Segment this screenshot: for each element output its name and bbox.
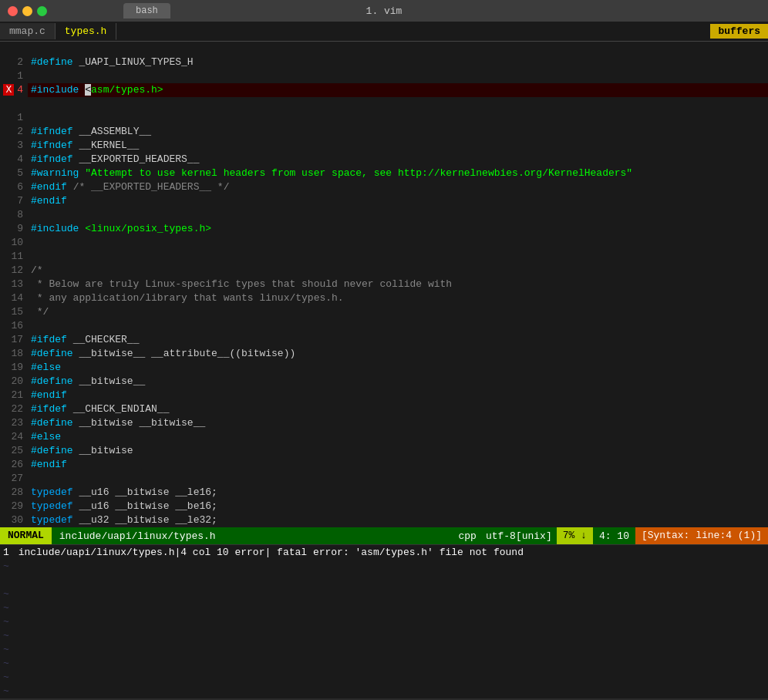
code-area[interactable]: #define _UAPI_LINUX_TYPES_H #include <as… bbox=[28, 42, 768, 527]
code-line: * Below are truly Linux-specific types t… bbox=[28, 278, 768, 291]
tilde-line: ~ bbox=[0, 685, 768, 698]
error-marker: X bbox=[3, 84, 14, 96]
maximize-button[interactable] bbox=[37, 6, 47, 16]
code-line bbox=[28, 42, 768, 56]
code-line: * any application/library that wants lin… bbox=[28, 291, 768, 305]
tilde-line: ~ bbox=[0, 657, 768, 671]
minimize-button[interactable] bbox=[22, 6, 32, 16]
code-line: /* bbox=[28, 264, 768, 278]
code-line: typedef __u32 __bitwise __le32; bbox=[28, 513, 768, 527]
code-line: #endif bbox=[28, 458, 768, 472]
shell-tabs: bash bbox=[123, 3, 170, 19]
code-line bbox=[28, 69, 768, 83]
code-line: #define _UAPI_LINUX_TYPES_H bbox=[28, 56, 768, 69]
close-button[interactable] bbox=[8, 6, 18, 16]
code-line bbox=[28, 236, 768, 250]
code-line: #define __bitwise bbox=[28, 444, 768, 458]
code-line: #ifdef __CHECK_ENDIAN__ bbox=[28, 402, 768, 416]
tilde-line: ~ bbox=[0, 560, 768, 574]
code-line: #endif /* __EXPORTED_HEADERS__ */ bbox=[28, 180, 768, 194]
code-line: #else bbox=[28, 430, 768, 444]
vim-window: 1. vim bash mmap.c types.h buffers 2 1 X… bbox=[0, 0, 768, 700]
code-line: #endif bbox=[28, 389, 768, 402]
code-line bbox=[28, 250, 768, 264]
code-line bbox=[28, 97, 768, 111]
status-syntax: [Syntax: line:4 (1)] bbox=[635, 527, 768, 544]
tilde-line bbox=[0, 574, 768, 587]
code-line: typedef __u16 __bitwise __le16; bbox=[28, 486, 768, 500]
code-line bbox=[28, 208, 768, 222]
code-line: #ifndef __EXPORTED_HEADERS__ bbox=[28, 153, 768, 167]
code-line: #define __bitwise__ bbox=[28, 375, 768, 389]
status-percent: 7% ↓ bbox=[557, 527, 593, 544]
code-line: typedef __u16 __bitwise __be16; bbox=[28, 500, 768, 513]
buffers-button[interactable]: buffers bbox=[710, 24, 768, 39]
code-line bbox=[28, 319, 768, 333]
code-line: #include <linux/posix_types.h> bbox=[28, 222, 768, 236]
status-encoding: utf-8[unix] bbox=[481, 530, 557, 542]
line-numbers: 2 1 X4 1 2 3 4 5 6 7 8 9 10 11 12 13 14 … bbox=[0, 42, 28, 527]
error-message-bar: 1 include/uapi/linux/types.h|4 col 10 er… bbox=[0, 544, 768, 560]
tab-mmap[interactable]: mmap.c bbox=[0, 23, 56, 39]
tab-types[interactable]: types.h bbox=[56, 23, 117, 40]
code-line: #define __bitwise__ __attribute__((bitwi… bbox=[28, 347, 768, 361]
vim-tab-bar: mmap.c types.h buffers bbox=[0, 22, 768, 42]
mode-indicator: NORMAL bbox=[0, 527, 52, 544]
code-line: #else bbox=[28, 361, 768, 375]
window-controls bbox=[8, 6, 47, 16]
bash-tab[interactable]: bash bbox=[123, 3, 170, 19]
code-line: #ifndef __KERNEL__ bbox=[28, 139, 768, 153]
status-filetype: cpp bbox=[453, 530, 480, 542]
empty-lines-area: ~ ~ ~ ~ ~ ~ ~ ~ ~ bbox=[0, 560, 768, 698]
tilde-line: ~ bbox=[0, 643, 768, 657]
code-line bbox=[28, 111, 768, 125]
editor-area: 2 1 X4 1 2 3 4 5 6 7 8 9 10 11 12 13 14 … bbox=[0, 42, 768, 527]
code-line: #ifdef __CHECKER__ bbox=[28, 333, 768, 347]
code-line: #warning "Attempt to use kernel headers … bbox=[28, 167, 768, 180]
status-bar: NORMAL include/uapi/linux/types.h cpp ut… bbox=[0, 527, 768, 544]
window-title: 1. vim bbox=[366, 5, 403, 17]
code-line: #ifndef __ASSEMBLY__ bbox=[28, 125, 768, 139]
error-message-text: include/uapi/linux/types.h|4 col 10 erro… bbox=[19, 547, 524, 558]
tilde-line: ~ bbox=[0, 615, 768, 629]
tilde-line: ~ bbox=[0, 629, 768, 643]
code-line-error: #include <asm/types.h> bbox=[28, 83, 768, 97]
status-file: include/uapi/linux/types.h bbox=[52, 530, 454, 542]
error-number: 1 bbox=[3, 547, 9, 558]
tilde-line: ~ bbox=[0, 671, 768, 685]
title-bar: 1. vim bash bbox=[0, 0, 768, 22]
code-line: */ bbox=[28, 305, 768, 319]
code-line: #define __bitwise __bitwise__ bbox=[28, 416, 768, 430]
status-position: 4: 10 bbox=[593, 530, 635, 542]
code-line: #endif bbox=[28, 194, 768, 208]
tilde-line: ~ bbox=[0, 587, 768, 601]
code-line bbox=[28, 472, 768, 486]
tilde-line: ~ bbox=[0, 601, 768, 615]
